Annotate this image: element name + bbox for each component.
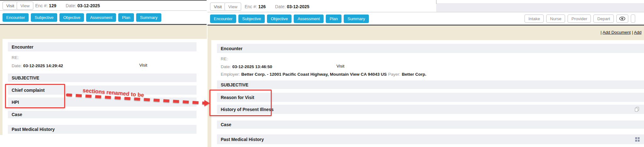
section-subjective[interactable]: SUBJECTIVE (217, 80, 644, 89)
tab-subjective[interactable]: Subjective (238, 15, 265, 23)
visit-button[interactable]: Visit (3, 2, 18, 10)
link-separator: | (601, 30, 602, 35)
workflow-buttons: Intake Nurse Provider Depart (525, 15, 635, 23)
view-button[interactable]: View (225, 3, 241, 11)
note-tabs: Encounter Subjective Objective Assessmen… (3, 13, 161, 22)
employer-row: Employer: Better Corp. - 12001 Pacific C… (221, 71, 636, 77)
tab-plan[interactable]: Plan (326, 15, 341, 23)
nurse-button[interactable]: Nurse (546, 15, 565, 23)
preview-eye-button[interactable] (616, 15, 628, 23)
section-case[interactable]: Case (8, 111, 197, 118)
tab-objective[interactable]: Objective (59, 13, 84, 22)
re-label: RE: (221, 56, 228, 61)
add-link[interactable]: Add (634, 30, 641, 35)
tab-encounter[interactable]: Encounter (3, 13, 29, 22)
tab-assessment[interactable]: Assessment (294, 15, 324, 23)
depart-button[interactable]: Depart (593, 15, 614, 23)
header-gray-block (436, 3, 644, 12)
renamed-sections-highlight-right (209, 90, 272, 116)
section-reason-for-visit[interactable]: Reason for Visit (217, 93, 644, 102)
provider-button[interactable]: Provider (568, 15, 591, 23)
toolbar-divider (208, 12, 644, 12)
section-history-of-present-illness[interactable]: History of Present Illness (217, 105, 644, 114)
enc-date-label: Date: (275, 4, 286, 9)
left-encounter-panel: Visit View Enc #: 129 Date: 03-12-2025 E… (0, 0, 207, 147)
copy-icon[interactable] (634, 107, 640, 112)
date-label: Date: (12, 63, 22, 68)
enc-date-value: 03-12-2025 (77, 3, 100, 8)
enc-number-label: Enc #: (245, 4, 257, 9)
section-label: Past Medical History (221, 137, 264, 142)
tab-summary[interactable]: Summary (344, 15, 369, 23)
left-top-border (0, 0, 207, 1)
visit-button[interactable]: Visit (210, 3, 225, 11)
employer-label: Employer: (221, 72, 240, 77)
date-value: 03-12-2025 14:29:42 (23, 63, 63, 68)
encounter-meta: Enc #: 126 Date: 03-12-2025 (245, 4, 318, 9)
beige-strip (0, 25, 207, 39)
intake-button[interactable]: Intake (525, 15, 544, 23)
partial-button[interactable] (631, 15, 635, 23)
enc-number-label: Enc #: (35, 3, 48, 8)
enc-number-value: 126 (258, 4, 266, 9)
right-encounter-panel: Visit View Enc #: 126 Date: 03-12-2025 E… (208, 0, 644, 147)
renamed-sections-highlight-left (5, 84, 65, 108)
note-tabs: Encounter Subjective Objective Assessmen… (210, 15, 369, 23)
section-pmh[interactable]: Past Medical History (8, 125, 197, 134)
add-document-link[interactable]: Add Document (602, 30, 630, 35)
section-encounter[interactable]: Encounter (217, 44, 644, 53)
date-value: 03-12-2025 13:46:50 (232, 64, 272, 69)
re-label: RE: (12, 55, 19, 60)
tab-encounter[interactable]: Encounter (210, 15, 236, 23)
section-subjective[interactable]: SUBJECTIVE (8, 74, 197, 82)
enc-date-label: Date: (66, 3, 76, 8)
header-divider-vertical (436, 0, 436, 4)
view-button[interactable]: View (17, 2, 33, 10)
tab-objective[interactable]: Objective (267, 15, 291, 23)
encounter-meta: Enc #: 129 Date: 03-12-2025 (35, 3, 108, 8)
beige-gutter (0, 39, 3, 135)
tab-plan[interactable]: Plan (118, 13, 134, 22)
date-row: Date: 03-12-2025 13:46:50 Visit (221, 64, 598, 69)
eye-icon (619, 16, 625, 21)
tab-assessment[interactable]: Assessment (86, 13, 116, 22)
enc-date-value: 03-12-2025 (287, 4, 309, 9)
annotation-arrow-head (204, 100, 210, 106)
date-label: Date: (221, 64, 231, 69)
grid-drag-handle-icon[interactable] (635, 137, 640, 142)
link-separator: | (632, 30, 633, 35)
employer-value: Better Corp. - 12001 Pacific Coast Highw… (241, 72, 387, 77)
tab-summary[interactable]: Summary (136, 13, 161, 22)
section-encounter[interactable]: Encounter (8, 42, 197, 51)
enc-number-value: 129 (49, 3, 56, 8)
tab-subjective[interactable]: Subjective (31, 13, 57, 22)
payer-value: Better Corp. (402, 72, 426, 77)
section-pmh[interactable]: Past Medical History (217, 134, 644, 144)
visit-type: Visit (139, 63, 147, 68)
date-row: Date: 03-12-2025 14:29:42 Visit (12, 63, 194, 68)
toolbar-divider (0, 10, 207, 11)
payer-label: Payer: (388, 72, 400, 77)
section-case[interactable]: Case (217, 121, 644, 129)
document-links: | Add Document | Add (601, 30, 641, 35)
visit-type: Visit (336, 64, 344, 68)
